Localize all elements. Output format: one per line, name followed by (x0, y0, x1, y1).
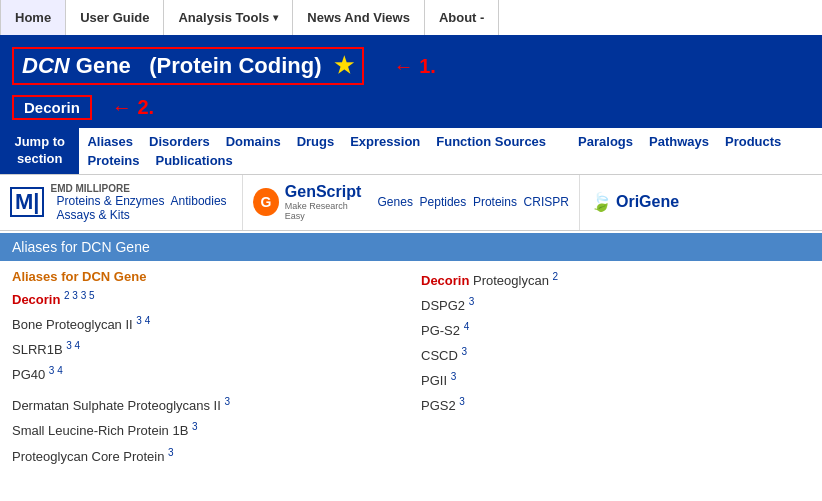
annotation-2: ← 2. (112, 96, 154, 119)
emd-logo: M| EMD MILLIPORE Proteins & Enzymes Anti… (10, 183, 227, 222)
alias-pg-s2: PG-S2 4 (421, 319, 810, 342)
navbar: Home User Guide Analysis Tools ▾ News An… (0, 0, 822, 37)
alias-pgs2: PGS2 3 (421, 394, 810, 417)
alias-slrr1b: SLRR1B 3 4 (12, 338, 401, 361)
section-link-function-sources[interactable]: Function Sources (436, 134, 546, 149)
nav-user-guide[interactable]: User Guide (66, 0, 164, 35)
ad-row: M| EMD MILLIPORE Proteins & Enzymes Anti… (0, 175, 822, 231)
section-link-disorders[interactable]: Disorders (149, 134, 210, 149)
genscript-name-block: GenScript Make Research Easy (285, 183, 364, 221)
section-link-drugs[interactable]: Drugs (297, 134, 335, 149)
alias-cscd: CSCD 3 (421, 344, 810, 367)
star-icon[interactable]: ★ (334, 53, 354, 78)
nav-home[interactable]: Home (0, 0, 66, 35)
nav-analysis-tools[interactable]: Analysis Tools ▾ (164, 0, 293, 35)
alias-decorin: Decorin 2 3 3 5 (12, 288, 401, 311)
aliases-col1-title: Aliases for DCN Gene (12, 269, 401, 284)
section-link-products[interactable]: Products (725, 134, 781, 149)
section-link-pathways[interactable]: Pathways (649, 134, 709, 149)
alias-dermatan: Dermatan Sulphate Proteoglycans II 3 (12, 394, 401, 417)
alias-pg40: PG40 3 4 (12, 363, 401, 386)
section-link-domains[interactable]: Domains (226, 134, 281, 149)
alias-bone-proteoglycan: Bone Proteoglycan II 3 4 (12, 313, 401, 336)
origene-logo: 🍃 OriGene (590, 191, 679, 213)
annotation-1: ← 1. (394, 55, 436, 78)
gene-header-bg: DCN Gene (Protein Coding) ★ ← 1. (0, 37, 822, 91)
gene-title-box: DCN Gene (Protein Coding) ★ (12, 47, 364, 85)
nav-news-and-views[interactable]: News And Views (293, 0, 425, 35)
ad-genscript[interactable]: G GenScript Make Research Easy Genes Pep… (243, 175, 580, 230)
section-link-proteins[interactable]: Proteins (87, 153, 139, 168)
ad-emd-millipore[interactable]: M| EMD MILLIPORE Proteins & Enzymes Anti… (0, 175, 243, 230)
aliases-content: Aliases for DCN Gene Decorin 2 3 3 5 Bon… (0, 261, 822, 478)
section-link-paralogs[interactable]: Paralogs (578, 134, 633, 149)
aliases-col-1: Aliases for DCN Gene Decorin 2 3 3 5 Bon… (12, 269, 401, 470)
gene-subname: Decorin (12, 95, 92, 120)
analysis-tools-arrow: ▾ (273, 12, 278, 23)
emd-brand: EMD MILLIPORE Proteins & Enzymes Antibod… (50, 183, 226, 222)
section-link-publications[interactable]: Publications (155, 153, 232, 168)
emd-m-icon: M| (10, 187, 44, 217)
gene-type: Gene (Protein Coding) (76, 53, 322, 78)
aliases-header: Aliases for DCN Gene (0, 233, 822, 261)
origene-leaf-icon: 🍃 (590, 191, 612, 213)
jump-to-section-label: Jump to section (0, 128, 79, 174)
section-nav: Jump to section Aliases Disorders Domain… (0, 128, 822, 175)
genscript-links: Genes Peptides Proteins CRISPR (378, 195, 569, 209)
section-link-expression[interactable]: Expression (350, 134, 420, 149)
aliases-col-2: Decorin Proteoglycan 2 DSPG2 3 PG-S2 4 C… (421, 269, 810, 470)
gene-subname-box: Decorin ← 2. (0, 91, 822, 128)
origene-brand: OriGene (616, 193, 679, 211)
alias-proteoglycan-core: Proteoglycan Core Protein 3 (12, 445, 401, 468)
alias-decorin-proteoglycan: Decorin Proteoglycan 2 (421, 269, 810, 292)
genscript-icon: G (253, 188, 279, 216)
section-link-aliases[interactable]: Aliases (87, 134, 133, 149)
alias-pgii: PGII 3 (421, 369, 810, 392)
nav-about[interactable]: About - (425, 0, 499, 35)
section-links: Aliases Disorders Domains Drugs Expressi… (79, 128, 822, 174)
ad-origene[interactable]: 🍃 OriGene (580, 175, 822, 230)
alias-small-leucine: Small Leucine-Rich Protein 1B 3 (12, 419, 401, 442)
alias-dspg2: DSPG2 3 (421, 294, 810, 317)
gene-symbol: DCN (22, 53, 70, 78)
genscript-logo: G GenScript Make Research Easy Genes Pep… (253, 183, 569, 221)
